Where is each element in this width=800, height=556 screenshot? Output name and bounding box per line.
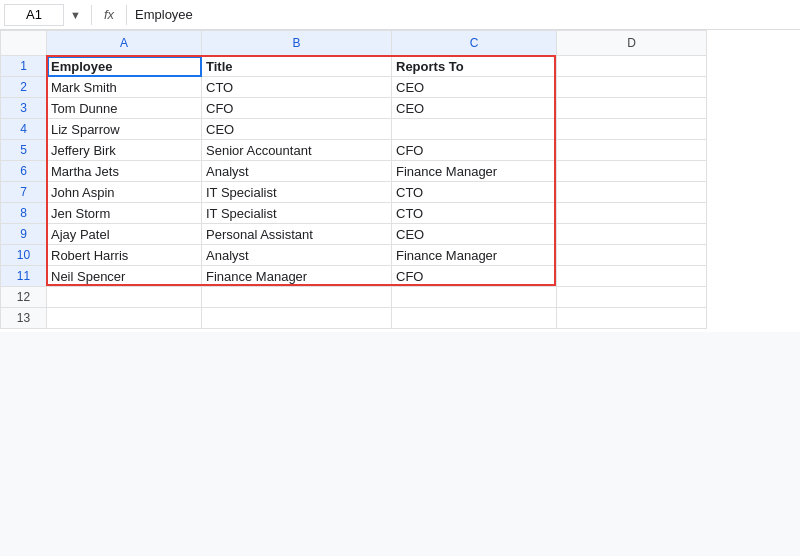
formula-value: Employee (135, 7, 796, 22)
formula-bar-divider (91, 5, 92, 25)
row-number: 13 (1, 308, 47, 329)
row-number: 8 (1, 203, 47, 224)
cell-a4[interactable]: Liz Sparrow (47, 119, 202, 140)
cell-d5[interactable] (557, 140, 707, 161)
formula-bar: ▼ fx Employee (0, 0, 800, 30)
cell-b8[interactable]: IT Specialist (202, 203, 392, 224)
table-row: 4Liz SparrowCEO (1, 119, 707, 140)
row-number: 10 (1, 245, 47, 266)
cell-b4[interactable]: CEO (202, 119, 392, 140)
table-row: 11Neil SpencerFinance ManagerCFO (1, 266, 707, 287)
cell-c3[interactable]: CEO (392, 98, 557, 119)
cell-b9[interactable]: Personal Assistant (202, 224, 392, 245)
cell-c10[interactable]: Finance Manager (392, 245, 557, 266)
cell-c1[interactable]: Reports To (392, 56, 557, 77)
cell-b3[interactable]: CFO (202, 98, 392, 119)
row-number: 11 (1, 266, 47, 287)
cell-d7[interactable] (557, 182, 707, 203)
cell-a1[interactable]: Employee (47, 56, 202, 77)
cell-c6[interactable]: Finance Manager (392, 161, 557, 182)
cell-a5[interactable]: Jeffery Birk (47, 140, 202, 161)
spreadsheet-table: A B C D 1EmployeeTitleReports To2Mark Sm… (0, 30, 707, 329)
cell-b1[interactable]: Title (202, 56, 392, 77)
row-number: 4 (1, 119, 47, 140)
row-number: 3 (1, 98, 47, 119)
row-number: 2 (1, 77, 47, 98)
dropdown-arrow-icon: ▼ (68, 9, 83, 21)
corner-header (1, 31, 47, 56)
col-header-c[interactable]: C (392, 31, 557, 56)
cell-d8[interactable] (557, 203, 707, 224)
row-number: 7 (1, 182, 47, 203)
col-header-b[interactable]: B (202, 31, 392, 56)
cell-c11[interactable]: CFO (392, 266, 557, 287)
cell-a10[interactable]: Robert Harris (47, 245, 202, 266)
cell-a6[interactable]: Martha Jets (47, 161, 202, 182)
table-row: 1EmployeeTitleReports To (1, 56, 707, 77)
cell-b13[interactable] (202, 308, 392, 329)
cell-d4[interactable] (557, 119, 707, 140)
cell-d10[interactable] (557, 245, 707, 266)
cell-a13[interactable] (47, 308, 202, 329)
cell-a2[interactable]: Mark Smith (47, 77, 202, 98)
row-number: 12 (1, 287, 47, 308)
cell-b2[interactable]: CTO (202, 77, 392, 98)
cell-d6[interactable] (557, 161, 707, 182)
spreadsheet-wrapper: A B C D 1EmployeeTitleReports To2Mark Sm… (0, 30, 707, 329)
cell-d2[interactable] (557, 77, 707, 98)
cell-b12[interactable] (202, 287, 392, 308)
col-header-a[interactable]: A (47, 31, 202, 56)
col-header-d[interactable]: D (557, 31, 707, 56)
row-number: 1 (1, 56, 47, 77)
cell-b6[interactable]: Analyst (202, 161, 392, 182)
formula-bar-divider2 (126, 5, 127, 25)
cell-a7[interactable]: John Aspin (47, 182, 202, 203)
cell-d1[interactable] (557, 56, 707, 77)
cell-d9[interactable] (557, 224, 707, 245)
cell-a12[interactable] (47, 287, 202, 308)
cell-b10[interactable]: Analyst (202, 245, 392, 266)
cell-c13[interactable] (392, 308, 557, 329)
cell-c7[interactable]: CTO (392, 182, 557, 203)
table-row: 3Tom DunneCFOCEO (1, 98, 707, 119)
row-number: 9 (1, 224, 47, 245)
cell-d11[interactable] (557, 266, 707, 287)
table-row: 10Robert HarrisAnalystFinance Manager (1, 245, 707, 266)
cell-c5[interactable]: CFO (392, 140, 557, 161)
cell-d3[interactable] (557, 98, 707, 119)
cell-a8[interactable]: Jen Storm (47, 203, 202, 224)
cell-d13[interactable] (557, 308, 707, 329)
table-row: 2Mark SmithCTOCEO (1, 77, 707, 98)
row-number: 5 (1, 140, 47, 161)
table-row: 12 (1, 287, 707, 308)
table-row: 8Jen StormIT SpecialistCTO (1, 203, 707, 224)
spreadsheet: A B C D 1EmployeeTitleReports To2Mark Sm… (0, 30, 800, 332)
cell-a3[interactable]: Tom Dunne (47, 98, 202, 119)
cell-c9[interactable]: CEO (392, 224, 557, 245)
column-headers: A B C D (1, 31, 707, 56)
cell-b5[interactable]: Senior Accountant (202, 140, 392, 161)
table-row: 5Jeffery BirkSenior AccountantCFO (1, 140, 707, 161)
cell-c4[interactable] (392, 119, 557, 140)
cell-d12[interactable] (557, 287, 707, 308)
cell-b7[interactable]: IT Specialist (202, 182, 392, 203)
cell-c8[interactable]: CTO (392, 203, 557, 224)
row-number: 6 (1, 161, 47, 182)
cell-a11[interactable]: Neil Spencer (47, 266, 202, 287)
table-row: 7John AspinIT SpecialistCTO (1, 182, 707, 203)
table-row: 6Martha JetsAnalystFinance Manager (1, 161, 707, 182)
cell-b11[interactable]: Finance Manager (202, 266, 392, 287)
table-row: 9Ajay PatelPersonal AssistantCEO (1, 224, 707, 245)
fx-icon: fx (100, 7, 118, 22)
table-row: 13 (1, 308, 707, 329)
cell-c2[interactable]: CEO (392, 77, 557, 98)
cell-a9[interactable]: Ajay Patel (47, 224, 202, 245)
cell-c12[interactable] (392, 287, 557, 308)
cell-reference-input[interactable] (4, 4, 64, 26)
